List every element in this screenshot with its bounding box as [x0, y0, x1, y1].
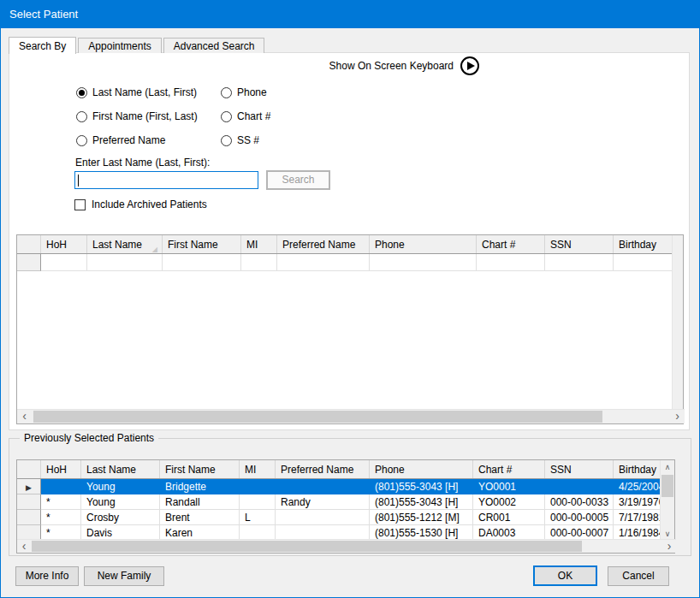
- row-selector-cell[interactable]: ▶: [17, 494, 41, 510]
- cell-mi[interactable]: [241, 254, 277, 271]
- results-empty-row[interactable]: ▶: [17, 254, 683, 271]
- cell-hoh[interactable]: [41, 254, 87, 271]
- row-selector-cell[interactable]: ▶: [17, 479, 41, 494]
- radio-phone[interactable]: Phone: [221, 86, 267, 98]
- results-horizontal-scrollbar[interactable]: ‹ ›: [17, 409, 685, 423]
- patient-row[interactable]: ▶ * Young Randall Randy (801)555-3043 [H…: [17, 494, 674, 510]
- cell-phone[interactable]: (801)555-3043 [H]: [370, 494, 473, 510]
- radio-icon: [221, 87, 232, 98]
- header-last-name[interactable]: Last Name: [81, 460, 160, 478]
- cell-mi[interactable]: L: [240, 510, 276, 525]
- header-first-name[interactable]: First Name: [163, 235, 241, 253]
- header-preferred-name[interactable]: Preferred Name: [276, 460, 370, 478]
- cell-birthday[interactable]: [614, 254, 673, 271]
- header-chart[interactable]: Chart #: [477, 235, 545, 253]
- new-family-button[interactable]: New Family: [84, 566, 164, 586]
- scrollbar-thumb[interactable]: [661, 475, 673, 497]
- header-mi[interactable]: MI: [241, 235, 277, 253]
- cell-last-name[interactable]: Young: [81, 494, 160, 510]
- sort-ascending-icon: ◢: [152, 240, 157, 253]
- scroll-left-icon[interactable]: ‹: [17, 540, 31, 553]
- cell-phone[interactable]: (801)555-3043 [H]: [370, 479, 473, 494]
- checkbox-icon: [74, 199, 86, 210]
- patient-row[interactable]: ▶ * Crosby Brent L (801)555-1212 [M] CR0…: [17, 510, 674, 525]
- header-last-name[interactable]: Last Name◢: [87, 235, 163, 253]
- previous-vertical-scrollbar[interactable]: ∧ ∨: [660, 460, 674, 541]
- header-hoh[interactable]: HoH: [41, 460, 81, 478]
- radio-first-name[interactable]: First Name (First, Last): [76, 110, 198, 122]
- cell-first-name[interactable]: Randall: [160, 494, 240, 510]
- scroll-left-icon[interactable]: ‹: [17, 410, 32, 423]
- cell-ssn[interactable]: 000-00-0033: [545, 494, 614, 510]
- tab-appointments[interactable]: Appointments: [78, 38, 161, 53]
- header-birthday[interactable]: Birthday: [614, 460, 661, 478]
- cell-last-name[interactable]: Crosby: [81, 510, 160, 525]
- cell-chart[interactable]: YO0001: [473, 479, 545, 494]
- cell-ssn[interactable]: [545, 254, 614, 271]
- cell-birthday[interactable]: 7/17/1981: [614, 510, 661, 525]
- cell-mi[interactable]: [240, 494, 276, 510]
- header-first-name[interactable]: First Name: [160, 460, 240, 478]
- header-chart[interactable]: Chart #: [473, 460, 545, 478]
- scrollbar-thumb[interactable]: [33, 411, 602, 423]
- previous-horizontal-scrollbar[interactable]: ‹ ›: [17, 539, 676, 553]
- more-info-button[interactable]: More Info: [15, 566, 79, 586]
- cell-preferred-name[interactable]: [276, 479, 370, 494]
- cell-chart[interactable]: [477, 254, 545, 271]
- cell-preferred-name[interactable]: [276, 510, 370, 525]
- header-phone[interactable]: Phone: [370, 460, 473, 478]
- cell-hoh[interactable]: *: [41, 494, 81, 510]
- radio-preferred-name[interactable]: Preferred Name: [76, 134, 165, 146]
- header-mi[interactable]: MI: [240, 460, 276, 478]
- keyboard-row: Show On Screen Keyboard: [9, 56, 480, 76]
- row-selector-cell[interactable]: ▶: [17, 254, 41, 271]
- cell-birthday[interactable]: 3/19/1970: [614, 494, 661, 510]
- cell-ssn[interactable]: [545, 479, 614, 494]
- patient-row[interactable]: ▶ Young Bridgette (801)555-3043 [H] YO00…: [17, 479, 674, 494]
- play-circle-icon[interactable]: [460, 56, 480, 76]
- radio-last-name[interactable]: Last Name (Last, First): [76, 86, 197, 98]
- radio-icon: [76, 135, 87, 146]
- header-preferred-name[interactable]: Preferred Name: [277, 235, 370, 253]
- cell-last-name[interactable]: Young: [81, 479, 160, 494]
- cell-phone[interactable]: (801)555-1212 [M]: [370, 510, 473, 525]
- row-selector-cell[interactable]: ▶: [17, 510, 41, 525]
- cell-hoh[interactable]: [41, 479, 81, 494]
- cell-ssn[interactable]: 000-00-0005: [545, 510, 614, 525]
- cancel-button[interactable]: Cancel: [608, 566, 669, 586]
- radio-chart-number[interactable]: Chart #: [221, 110, 270, 122]
- tab-advanced-search[interactable]: Advanced Search: [163, 38, 265, 53]
- scrollbar-thumb[interactable]: [32, 541, 582, 552]
- title-bar[interactable]: Select Patient: [1, 1, 699, 28]
- ok-button[interactable]: OK: [533, 565, 597, 586]
- results-vertical-scrollbar[interactable]: [672, 235, 683, 411]
- scroll-up-icon[interactable]: ∧: [661, 460, 674, 474]
- search-input[interactable]: [74, 171, 258, 189]
- tab-search-by[interactable]: Search By: [9, 37, 76, 54]
- header-birthday[interactable]: Birthday: [614, 235, 673, 253]
- text-caret: [78, 175, 79, 187]
- cell-preferred-name[interactable]: Randy: [276, 494, 370, 510]
- cell-preferred-name[interactable]: [277, 254, 370, 271]
- header-hoh[interactable]: HoH: [41, 235, 87, 253]
- scroll-right-icon[interactable]: ›: [662, 540, 676, 553]
- header-ssn[interactable]: SSN: [545, 235, 614, 253]
- search-button[interactable]: Search: [266, 170, 330, 190]
- search-results-table: HoH Last Name◢ First Name MI Preferred N…: [16, 234, 684, 424]
- scroll-right-icon[interactable]: ›: [670, 410, 685, 423]
- cell-first-name[interactable]: [163, 254, 241, 271]
- cell-last-name[interactable]: [87, 254, 163, 271]
- cell-first-name[interactable]: Brent: [160, 510, 240, 525]
- header-ssn[interactable]: SSN: [545, 460, 614, 478]
- include-archived-checkbox[interactable]: Include Archived Patients: [74, 198, 207, 210]
- cell-mi[interactable]: [240, 479, 276, 494]
- cell-phone[interactable]: [370, 254, 477, 271]
- previous-header-row: HoH Last Name First Name MI Preferred Na…: [17, 460, 674, 479]
- cell-first-name[interactable]: Bridgette: [160, 479, 240, 494]
- radio-ss-number[interactable]: SS #: [221, 134, 259, 146]
- cell-birthday[interactable]: 4/25/2004: [614, 479, 661, 494]
- cell-chart[interactable]: CR001: [473, 510, 545, 525]
- cell-chart[interactable]: YO0002: [473, 494, 545, 510]
- header-phone[interactable]: Phone: [370, 235, 477, 253]
- cell-hoh[interactable]: *: [41, 510, 81, 525]
